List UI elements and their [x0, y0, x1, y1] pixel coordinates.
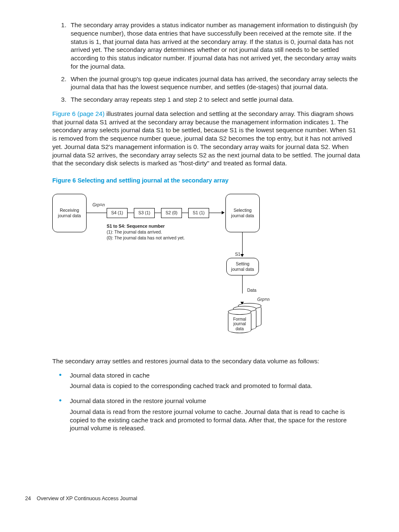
connector-line: [182, 213, 188, 213]
legend-line-1: (1): The journal data arrived.: [107, 229, 185, 235]
legend-block: S1 to S4: Sequence number (1): The journ…: [107, 223, 185, 241]
legend-line-0: (0): The journal data has not arrived ye…: [107, 235, 185, 241]
ordered-steps-list: The secondary array provides a status in…: [52, 21, 361, 104]
s1-edge-label: S1: [235, 252, 240, 257]
connector-line: [154, 213, 161, 213]
bullet-item: Journal data stored in cache Journal dat…: [68, 371, 361, 391]
queue-s1-box: S1 (1): [188, 208, 209, 218]
selecting-label: Selecting journal data: [231, 208, 254, 218]
queue-s2-box: S2 (0): [161, 208, 182, 218]
setting-journal-box: Setting journal data: [226, 258, 259, 275]
queue-s4-box: S4 (1): [107, 208, 128, 218]
step-item: The secondary array provides a status in…: [68, 21, 361, 71]
connector-line: [209, 213, 223, 213]
formal-journal-label: Formal journal data: [228, 317, 251, 332]
bullet-body: Journal data is copied to the correspond…: [70, 382, 361, 390]
grp-top-label: Grp=n: [92, 202, 105, 208]
settles-paragraph: The secondary array settles and restores…: [52, 357, 361, 365]
connector-line: [86, 213, 107, 213]
step-item: When the journal group's top queue indic…: [68, 75, 361, 92]
figure-reference-paragraph: Figure 6 (page 24) illustrates journal d…: [52, 110, 361, 167]
setting-label: Setting journal data: [231, 261, 254, 272]
step-item: The secondary array repeats step 1 and s…: [68, 95, 361, 104]
queue-s3-box: S3 (1): [134, 208, 155, 218]
figure-caption: Figure 6 Selecting and settling journal …: [52, 177, 361, 185]
receiving-journal-box: Receiving journal data: [52, 194, 87, 232]
bullet-list: Journal data stored in cache Journal dat…: [52, 371, 361, 433]
bullet-item: Journal data stored in the restore journ…: [68, 397, 361, 432]
data-edge-label: Data: [247, 288, 256, 293]
arrow-right-icon: [222, 211, 225, 214]
selecting-journal-box: Selecting journal data: [225, 194, 260, 232]
legend-title: S1 to S4: Sequence number: [107, 223, 185, 229]
bullet-head: Journal data stored in cache: [70, 371, 361, 380]
page-number: 24: [25, 496, 31, 501]
page-footer: 24 Overview of XP Continuous Access Jour…: [25, 495, 374, 502]
footer-title: Overview of XP Continuous Access Journal: [37, 496, 137, 501]
receiving-label: Receiving journal data: [58, 208, 81, 218]
figure-6-link[interactable]: Figure 6 (page 24): [52, 110, 105, 117]
arrow-down-icon: [240, 254, 244, 257]
connector-line: [242, 275, 243, 293]
connector-line: [242, 232, 243, 255]
grp-bottom-label: Grp=n: [257, 297, 269, 303]
bullet-head: Journal data stored in the restore journ…: [70, 397, 361, 405]
figure-6-diagram: Receiving journal data Grp=n S4 (1) S3 (…: [52, 190, 286, 353]
connector-line: [127, 213, 134, 213]
paragraph-text: illustrates journal data selection and s…: [52, 110, 360, 167]
bullet-body: Journal data is read from the restore jo…: [70, 408, 361, 432]
